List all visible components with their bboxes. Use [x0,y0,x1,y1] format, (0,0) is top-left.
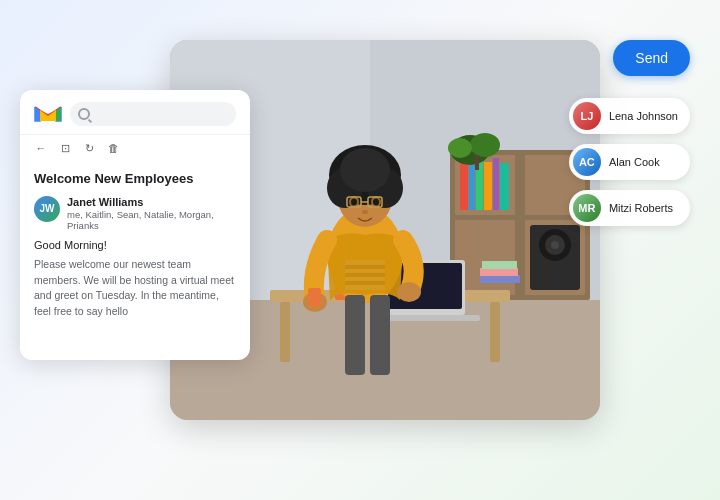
back-arrow-icon[interactable]: ← [34,141,48,155]
send-button[interactable]: Send [613,40,690,76]
sender-avatar: JW [34,196,60,222]
avatar: LJ [573,102,601,130]
svg-rect-10 [469,165,475,210]
svg-point-47 [373,199,379,206]
svg-rect-55 [345,295,365,375]
avatar: MR [573,194,601,222]
scene: ← ⊡ ↻ 🗑 Welcome New Employees JW Janet W… [0,0,720,500]
svg-point-21 [448,138,472,158]
sender-to: me, Kaitlin, Sean, Natalie, Morgan, Pria… [67,209,236,231]
gmail-email-body: Welcome New Employees JW Janet Williams … [20,161,250,330]
svg-rect-22 [475,155,479,170]
svg-point-46 [351,199,357,206]
email-body-text: Please welcome our newest team members. … [34,257,236,320]
email-subject: Welcome New Employees [34,171,236,188]
avatar: AC [573,148,601,176]
svg-point-43 [340,148,390,192]
email-greeting: Good Morning! [34,239,236,251]
list-item: MR Mitzi Roberts [569,190,690,226]
list-item: LJ Lena Johnson [569,98,690,134]
svg-point-51 [362,210,368,214]
svg-rect-13 [493,158,499,210]
svg-rect-56 [370,295,390,375]
delete-icon[interactable]: 🗑 [106,141,120,155]
svg-rect-14 [500,163,509,210]
list-item: AC Alan Cook [569,144,690,180]
sender-info: Janet Williams me, Kaitlin, Sean, Natali… [67,196,236,231]
right-panel: Send LJ Lena Johnson AC Alan Cook MR Mit… [569,40,690,226]
svg-rect-24 [280,302,290,362]
contact-name: Lena Johnson [609,110,678,122]
svg-rect-12 [484,162,492,210]
contact-name: Alan Cook [609,156,660,168]
search-icon [78,108,90,120]
svg-rect-25 [490,302,500,362]
svg-rect-30 [480,268,518,276]
sender-name: Janet Williams [67,196,236,208]
gmail-toolbar: ← ⊡ ↻ 🗑 [20,135,250,161]
svg-rect-31 [482,261,517,269]
refresh-icon[interactable]: ↻ [82,141,96,155]
svg-point-53 [397,282,421,302]
svg-rect-9 [460,160,468,210]
contact-name: Mitzi Roberts [609,202,673,214]
svg-point-20 [470,133,500,157]
svg-point-18 [551,241,559,249]
svg-rect-29 [480,275,520,283]
archive-icon[interactable]: ⊡ [58,141,72,155]
contact-list: LJ Lena Johnson AC Alan Cook MR Mitzi Ro… [569,98,690,226]
gmail-header [20,90,250,135]
gmail-search-bar[interactable] [70,102,236,126]
svg-rect-54 [308,288,321,306]
gmail-logo [34,104,62,124]
sender-row: JW Janet Williams me, Kaitlin, Sean, Nat… [34,196,236,231]
gmail-card: ← ⊡ ↻ 🗑 Welcome New Employees JW Janet W… [20,90,250,360]
